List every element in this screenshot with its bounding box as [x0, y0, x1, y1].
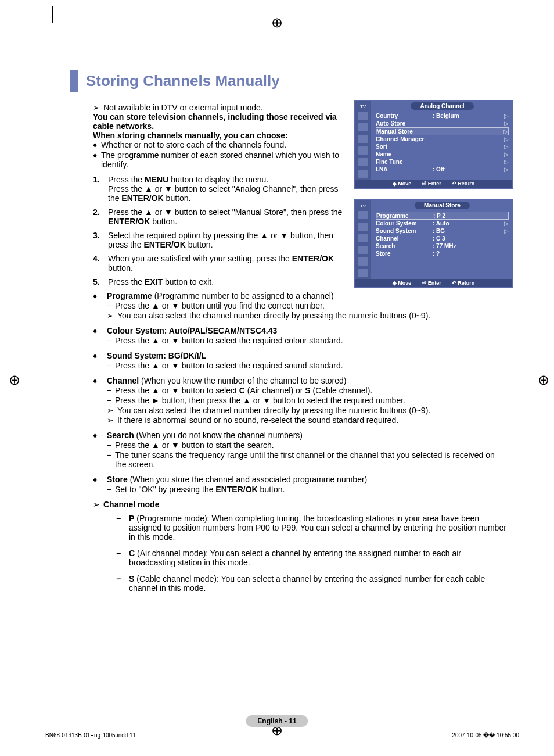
- option-list: ♦Programme (Programme number to be assig…: [93, 291, 508, 494]
- osd-icon: [358, 146, 368, 155]
- footer-timestamp: 2007-10-05 �� 10:55:00: [452, 732, 519, 739]
- channel-mode-block: ➢Channel mode −P (Programme mode): When …: [93, 500, 508, 593]
- osd-main: Analog Channel Country: Belgium▷Auto Sto…: [371, 101, 512, 180]
- osd-menu-row: Sound System: BG▷: [376, 227, 509, 235]
- osd-icon: [358, 158, 368, 166]
- osd-analog-channel: TV Analog Channel Country: Belgium▷Auto …: [354, 100, 513, 189]
- step-item: 5.Press the EXIT button to exit.: [93, 277, 343, 286]
- intro-bold-2: When storing channels manually, you can …: [93, 131, 343, 140]
- osd-menu-row: Manual Store▷: [376, 127, 509, 135]
- osd-icon: [358, 223, 368, 231]
- osd-main: Manual Store Programme: P 2Colour System…: [371, 200, 512, 279]
- registration-mark-left: ⊕: [9, 372, 20, 388]
- osd-screenshots: TV Analog Channel Country: Belgium▷Auto …: [354, 100, 513, 299]
- step-item: 3.Select the required option by pressing…: [93, 231, 343, 249]
- osd-icon: [358, 257, 368, 266]
- osd-menu-row: Sort▷: [376, 143, 509, 151]
- step-item: 1.Press the MENU button to display the m…: [93, 175, 343, 203]
- manual-page: ⊕ ⊕ ⊕ ⊕ Storing Channels Manually TV: [0, 0, 554, 756]
- intro-bullet: ♦The programme number of each stored cha…: [93, 151, 343, 169]
- osd-menu-row: Name▷: [376, 151, 509, 158]
- osd-sidebar: TV: [355, 101, 371, 180]
- osd-enter-hint: ⏎ Enter: [422, 280, 441, 286]
- channel-mode-item: −C (Air channel mode): You can select a …: [116, 549, 508, 567]
- osd-menu-row: Channel Manager▷: [376, 135, 509, 143]
- osd-icon: [358, 269, 368, 277]
- osd-footer: ◆ Move ⏎ Enter ↶ Return: [355, 279, 512, 287]
- osd-icon: [358, 112, 368, 120]
- section-heading: Storing Channels Manually: [70, 70, 508, 92]
- option-item: ♦Store (When you store the channel and a…: [93, 475, 508, 494]
- print-footer: BN68-01313B-01Eng-1005.indd 11 2007-10-0…: [45, 730, 519, 739]
- intro-block: ➢Not available in DTV or external input …: [93, 103, 343, 169]
- osd-sidebar: TV: [355, 200, 371, 279]
- option-item: ♦Sound System: BG/DK/I/L−Press the ▲ or …: [93, 351, 508, 370]
- content-body: TV Analog Channel Country: Belgium▷Auto …: [93, 103, 508, 593]
- intro-bold-1: You can store television channels, inclu…: [93, 112, 343, 131]
- crop-mark: [52, 6, 56, 23]
- osd-menu-row: Search: 77 MHz: [376, 242, 509, 250]
- heading-accent-bar: [70, 70, 78, 92]
- osd-footer: ◆ Move ⏎ Enter ↶ Return: [355, 180, 512, 188]
- footer-filename: BN68-01313B-01Eng-1005.indd 11: [45, 732, 136, 739]
- note-icon: ➢: [93, 103, 100, 112]
- osd-tv-label: TV: [360, 103, 366, 110]
- osd-icon: [358, 170, 368, 178]
- step-item: 4.When you are satisfied with your setti…: [93, 254, 343, 273]
- option-item: ♦Channel (When you know the number of th…: [93, 376, 508, 425]
- crop-mark: [510, 6, 513, 23]
- osd-menu-row: Channel: C 3: [376, 235, 509, 242]
- osd-menu-row: Country: Belgium▷: [376, 112, 509, 120]
- step-item: 2.Press the ▲ or ▼ button to select "Man…: [93, 207, 343, 226]
- registration-mark-right: ⊕: [538, 372, 549, 388]
- numbered-steps: 1.Press the MENU button to display the m…: [93, 175, 343, 286]
- osd-menu-row: Programme: P 2: [376, 212, 509, 220]
- heading-text: Storing Channels Manually: [86, 70, 280, 92]
- osd-menu-row: LNA: Off▷: [376, 166, 509, 173]
- intro-bullet: ♦Whether or not to store each of the cha…: [93, 140, 343, 149]
- channel-mode-item: −S (Cable channel mode): You can select …: [116, 574, 508, 593]
- osd-icon: [358, 246, 368, 254]
- osd-title: Manual Store: [415, 202, 470, 209]
- osd-move-hint: ◆ Move: [393, 181, 412, 187]
- osd-title: Analog Channel: [411, 102, 473, 110]
- osd-icon: [358, 135, 368, 143]
- option-item: ♦Colour System: Auto/PAL/SECAM/NTSC4.43−…: [93, 326, 508, 345]
- channel-mode-heading: Channel mode: [103, 500, 159, 509]
- osd-manual-store: TV Manual Store Programme: P 2Colour Sys…: [354, 199, 513, 288]
- osd-icon: [358, 123, 368, 131]
- option-item: ♦Search (When you do not know the channe…: [93, 431, 508, 469]
- osd-icon: [358, 211, 368, 219]
- osd-menu-row: Colour System: Auto▷: [376, 220, 509, 227]
- osd-return-hint: ↶ Return: [452, 280, 475, 286]
- osd-enter-hint: ⏎ Enter: [422, 181, 441, 187]
- note-icon: ➢: [93, 500, 103, 509]
- osd-icon: [358, 234, 368, 242]
- registration-mark-top: ⊕: [271, 15, 283, 31]
- osd-move-hint: ◆ Move: [393, 280, 412, 286]
- page-number-badge: English - 11: [246, 715, 308, 727]
- osd-menu-row: Fine Tune▷: [376, 158, 509, 166]
- intro-note: Not available in DTV or external input m…: [103, 103, 263, 112]
- osd-tv-label: TV: [360, 203, 366, 209]
- osd-return-hint: ↶ Return: [452, 181, 475, 187]
- osd-menu-row: Store: ?: [376, 250, 509, 257]
- channel-mode-item: −P (Programme mode): When completing tun…: [116, 514, 508, 542]
- osd-menu-row: Auto Store▷: [376, 120, 509, 127]
